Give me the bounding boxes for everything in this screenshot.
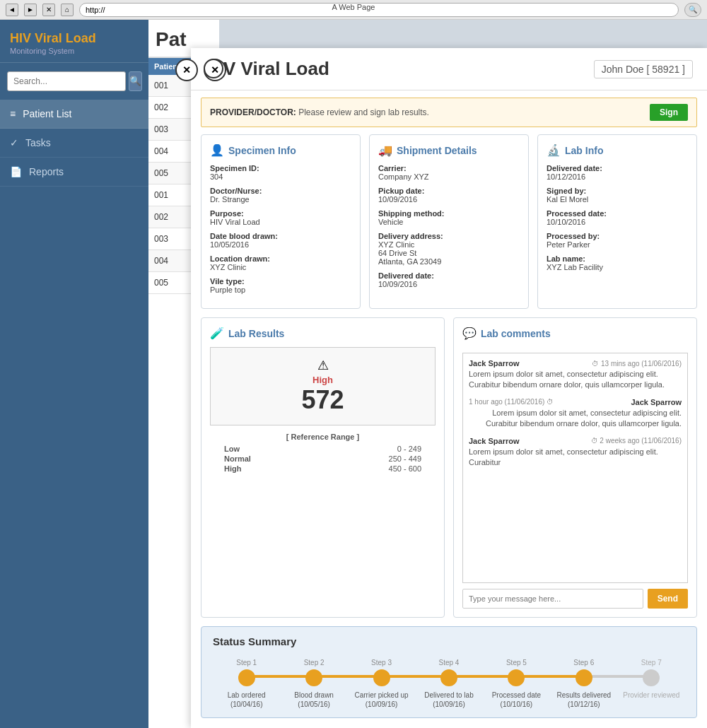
list-icon: ≡ [10, 108, 16, 119]
ref-row-low: Low 0 - 249 [210, 444, 436, 454]
warning-icon: ⚠ [221, 358, 425, 373]
provider-banner-text: PROVIDER/DOCTOR: Please review and sign … [210, 107, 429, 117]
lab-comments-title: 💬 Lab comments [462, 327, 688, 340]
lab-delivered-date-field: Delivered date: 10/12/2016 [547, 164, 688, 181]
result-value: 572 [221, 385, 425, 415]
person-icon: 👤 [210, 143, 224, 157]
pickup-date-field: Pickup date: 10/09/2016 [378, 187, 520, 204]
step-dot-6 [575, 669, 592, 686]
sidebar-item-label: Patient List [23, 108, 71, 119]
step-dot-3 [373, 669, 390, 686]
back-button[interactable]: ◄ [6, 4, 18, 16]
search-input[interactable] [7, 71, 126, 91]
address-bar[interactable] [79, 3, 679, 17]
browser-chrome: A Web Page ◄ ► ✕ ⌂ 🔍 [0, 0, 707, 20]
step-5: Step 5 Processed date(10/10/16) [483, 659, 550, 709]
report-icon: 📄 [10, 166, 22, 177]
sidebar-item-tasks[interactable]: ✓ Tasks [0, 129, 148, 158]
lab-name-field: Lab name: XYZ Lab Facility [547, 254, 688, 271]
lab-result-box: ⚠ High 572 [210, 347, 436, 425]
step-7: Step 7 Provider reviewed [618, 659, 685, 700]
carrier-field: Carrier: Company XYZ [378, 164, 520, 181]
user-badge: John Doe [ 58921 ] [594, 60, 693, 78]
reference-range: [ Reference Range ] Low 0 - 249 Normal 2… [210, 433, 436, 474]
sidebar-item-label: Tasks [25, 137, 51, 148]
lab-comments-card: 💬 Lab comments Jack Sparrow ⏱ 13 mins ag… [453, 317, 697, 618]
signed-by-field: Signed by: Kal El Morel [547, 187, 688, 204]
step-dot-7 [643, 669, 660, 686]
vile-type-field: Vile type: Purple top [210, 277, 351, 294]
flask-icon: 🧪 [210, 327, 224, 340]
steps-row: Step 1 Lab ordered(10/04/16) Step 2 Bloo… [213, 659, 685, 709]
bottom-cards: 🧪 Lab Results ⚠ High 572 [ Reference Ran… [191, 317, 707, 626]
step-1: Step 1 Lab ordered(10/04/16) [213, 659, 280, 709]
status-summary-title: Status Summary [213, 635, 685, 647]
home-button[interactable]: ⌂ [61, 4, 74, 16]
purpose-field: Purpose: HIV Viral Load [210, 209, 351, 226]
comment-item: Jack Sparrow 1 hour ago (11/06/2016) ⏱ L… [469, 398, 682, 430]
reference-range-title: [ Reference Range ] [210, 433, 436, 441]
sidebar-nav: ≡ Patient List ✓ Tasks 📄 Reports [0, 100, 148, 187]
lab-results-card: 🧪 Lab Results ⚠ High 572 [ Reference Ran… [201, 317, 445, 618]
detail-header: HIV Viral Load John Doe [ 58921 ] [191, 48, 707, 90]
location-field: Location drawn: XYZ Clinic [210, 254, 351, 271]
blood-drawn-field: Date blood drawn: 10/05/2016 [210, 232, 351, 249]
shipping-method-field: Shipping method: Vehicle [378, 209, 520, 226]
processed-date-field: Processed date: 10/10/2016 [547, 209, 688, 226]
sign-button[interactable]: Sign [650, 104, 688, 121]
step-2: Step 2 Blood drawn(10/05/16) [280, 659, 347, 709]
ref-row-high: High 450 - 600 [210, 464, 436, 474]
send-button[interactable]: Send [648, 589, 688, 609]
search-button[interactable]: 🔍 [129, 71, 142, 91]
check-icon: ✓ [10, 137, 18, 148]
app-subtitle: Monitoring System [10, 47, 139, 55]
sidebar: HIV Viral Load Monitoring System 🔍 ≡ Pat… [0, 20, 148, 728]
step-dot-1 [238, 669, 255, 686]
cards-grid: 👤 Specimen Info Specimen ID: 304 Doctor/… [191, 134, 707, 317]
main-wrapper: HIV Viral Load Monitoring System 🔍 ≡ Pat… [0, 20, 707, 728]
search-container: 🔍 [0, 63, 148, 100]
status-summary: Status Summary Step 1 Lab ordered(10/04/… [201, 626, 697, 718]
window-controls: ✕ ✕ [175, 59, 226, 81]
sidebar-logo: HIV Viral Load Monitoring System [0, 20, 148, 63]
delivery-address-field: Delivery address: XYZ Clinic64 Drive StA… [378, 232, 520, 266]
close-nav-button[interactable]: ✕ [42, 4, 55, 16]
app-title: HIV Viral Load [10, 31, 139, 47]
close-button-2[interactable]: ✕ [204, 59, 226, 81]
sidebar-item-patient-list[interactable]: ≡ Patient List [0, 100, 148, 129]
delivered-date-field: Delivered date: 10/09/2016 [378, 271, 520, 288]
comment-icon: 💬 [462, 327, 477, 340]
step-dot-4 [440, 669, 457, 686]
provider-banner: PROVIDER/DOCTOR: Please review and sign … [201, 98, 697, 127]
shipment-title: 🚚 Shipment Details [378, 143, 520, 157]
processed-by-field: Processed by: Peter Parker [547, 232, 688, 249]
step-3: Step 3 Carrier picked up(10/09/16) [348, 659, 415, 709]
comment-item: Jack Sparrow ⏱ 2 weeks ago (11/06/2016) … [469, 437, 682, 469]
ref-row-normal: Normal 250 - 449 [210, 454, 436, 464]
step-6: Step 6 Results delivered(10/12/16) [550, 659, 617, 709]
step-dot-5 [508, 669, 525, 686]
lab-info-card: 🔬 Lab Info Delivered date: 10/12/2016 Si… [537, 134, 697, 309]
specimen-info-card: 👤 Specimen Info Specimen ID: 304 Doctor/… [201, 134, 361, 309]
comments-body[interactable]: Jack Sparrow ⏱ 13 mins ago (11/06/2016) … [462, 353, 688, 583]
step-4: Step 4 Delivered to lab(10/09/16) [415, 659, 482, 709]
comment-input-row: Send [462, 589, 688, 609]
close-button-1[interactable]: ✕ [175, 59, 198, 81]
truck-icon: 🚚 [378, 143, 392, 157]
result-level: High [221, 375, 425, 385]
sidebar-item-reports[interactable]: 📄 Reports [0, 158, 148, 187]
doctor-field: Doctor/Nurse: Dr. Strange [210, 187, 351, 204]
specimen-info-title: 👤 Specimen Info [210, 143, 351, 157]
forward-button[interactable]: ► [24, 4, 37, 16]
shipment-details-card: 🚚 Shipment Details Carrier: Company XYZ … [369, 134, 529, 309]
lab-results-title: 🧪 Lab Results [210, 327, 436, 340]
lab-info-title: 🔬 Lab Info [547, 143, 688, 157]
lab-icon: 🔬 [547, 143, 561, 157]
specimen-id-field: Specimen ID: 304 [210, 164, 351, 181]
step-dot-2 [305, 669, 322, 686]
comment-item: Jack Sparrow ⏱ 13 mins ago (11/06/2016) … [469, 359, 682, 391]
sidebar-item-label: Reports [29, 166, 64, 177]
detail-panel: HIV Viral Load John Doe [ 58921 ] PROVID… [191, 48, 707, 728]
browser-search-button[interactable]: 🔍 [684, 3, 701, 17]
message-input[interactable] [462, 589, 643, 609]
